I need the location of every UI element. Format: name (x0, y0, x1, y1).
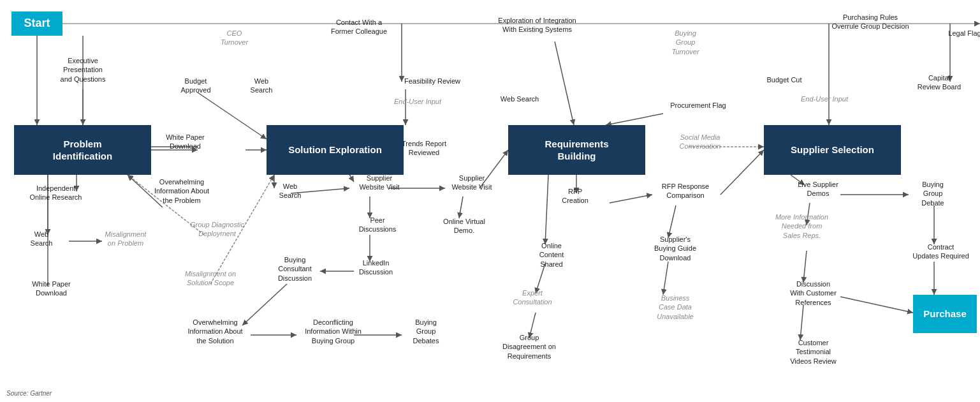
start-label: Start (11, 11, 62, 36)
requirements-building-label: RequirementsBuilding (508, 125, 645, 175)
buying-group-debate-label: BuyingGroupDebate (904, 180, 962, 207)
peer-discussions-label: PeerDiscussions (349, 216, 406, 234)
start-node: Start (11, 11, 62, 36)
overwhelming-problem-label: OverwhelmingInformation Aboutthe Problem (140, 177, 223, 205)
exploration-integration-label: Exploration of IntegrationWith Existing … (478, 16, 596, 34)
purchase-label: Purchase (913, 295, 977, 333)
group-disagreement-label: GroupDisagreement onRequirements (494, 333, 564, 361)
expert-consultation-label: ExpertConsultation (501, 288, 564, 307)
svg-line-29 (803, 251, 807, 283)
feasibility-review-label: Feasibility Review (388, 77, 477, 86)
svg-line-25 (668, 205, 676, 238)
solution-exploration-label: Solution Exploration (267, 125, 404, 175)
solution-exploration-node: Solution Exploration (267, 125, 404, 175)
svg-line-38 (555, 41, 574, 125)
web-search-top1-label: WebSearch (239, 77, 284, 95)
supplier-website1-label: SupplierWebsite Visit (347, 174, 411, 192)
web-search-mid-label: WebSearch (19, 230, 64, 248)
svg-line-30 (800, 305, 803, 340)
buying-group-turnover-label: BuyingGroupTurnover (657, 29, 714, 56)
suppliers-buying-guide-label: Supplier'sBuying GuideDownload (638, 235, 713, 262)
customer-testimonial-label: CustomerTestimonialVideos Review (777, 338, 850, 366)
contact-colleague-label: Contact With aFormer Colleague (311, 18, 407, 36)
purchasing-rules-label: Purchasing RulesOverrule Group Decision (803, 13, 937, 31)
white-paper-bot-label: White PaperDownload (18, 279, 85, 298)
diagram-container: Start ProblemIdentification Solution Exp… (0, 0, 980, 402)
exec-presentation-label: ExecutivePresentationand Questions (45, 56, 121, 84)
business-case-label: BusinessCase DataUnavailable (641, 294, 710, 321)
trends-report-label: Trends ReportReviewed (389, 139, 459, 158)
group-diagnostic-label: Group DiagnosticDeployment (177, 220, 257, 239)
problem-identification-label: ProblemIdentification (14, 125, 151, 175)
svg-line-26 (663, 262, 668, 295)
contract-updates-label: ContractUpdates Required (904, 242, 977, 261)
purchase-node: Purchase (913, 295, 977, 333)
buying-consultant-label: BuyingConsultantDiscussion (258, 255, 332, 283)
deconflicting-label: DeconflictingInformation WithinBuying Gr… (290, 318, 376, 345)
procurement-flag-label: Procurement Flag (657, 101, 740, 110)
rfp-creation-label: RFPCreation (550, 187, 601, 205)
svg-line-19 (459, 197, 463, 218)
budget-cut-label: Budget Cut (756, 75, 813, 84)
budget-approved-label: BudgetApproved (167, 77, 224, 95)
supplier-selection-node: Supplier Selection (764, 125, 901, 175)
online-virtual-demo-label: Online VirtualDemo. (432, 217, 496, 235)
misalignment-problem-label: Misalignmenton Problem (91, 230, 161, 248)
source-label: Source: Gartner (6, 390, 52, 397)
rfp-response-label: RFP ResponseComparison (644, 182, 727, 200)
supplier-selection-label: Supplier Selection (764, 125, 901, 175)
svg-line-40 (720, 150, 764, 195)
white-paper-top-label: White PaperDownload (152, 133, 219, 151)
online-content-label: OnlineContentShared (526, 241, 577, 269)
end-user-input1-label: End-User Input (376, 97, 459, 106)
capital-review-label: CapitalReview Board (904, 73, 974, 92)
independent-research-label: IndependentOnline Research (19, 184, 92, 202)
supplier-website2-label: SupplierWebsite Visit (440, 174, 504, 192)
discussion-customer-label: DiscussionWith CustomerReferences (777, 279, 850, 307)
linkedin-discussion-label: LinkedInDiscussion (346, 258, 406, 277)
web-search-sol-label: WebSearch (268, 182, 312, 200)
overwhelming-solution-label: OverwhelmingInformation Aboutthe Solutio… (172, 318, 258, 345)
ceo-turnover-label: CEOTurnover (210, 29, 258, 47)
buying-group-debates-bot-label: BuyingGroupDebates (400, 318, 451, 345)
requirements-building-node: RequirementsBuilding (508, 125, 645, 175)
problem-identification-node: ProblemIdentification (14, 125, 151, 175)
more-info-needed-label: More InformationNeeded fromSales Reps. (756, 212, 848, 240)
misalignment-solution-label: Misalignment onSolution Scope (172, 269, 249, 288)
legal-flag-label: Legal Flag (942, 29, 980, 38)
svg-line-39 (606, 114, 663, 125)
svg-line-21 (545, 175, 548, 244)
svg-line-34 (840, 297, 913, 313)
web-search-top2-label: Web Search (491, 94, 548, 103)
end-user-input2-label: End-User Input (783, 94, 866, 103)
live-supplier-demos-label: Live SupplierDemos (783, 180, 853, 198)
social-media-label: Social MediaConversation (662, 133, 738, 151)
